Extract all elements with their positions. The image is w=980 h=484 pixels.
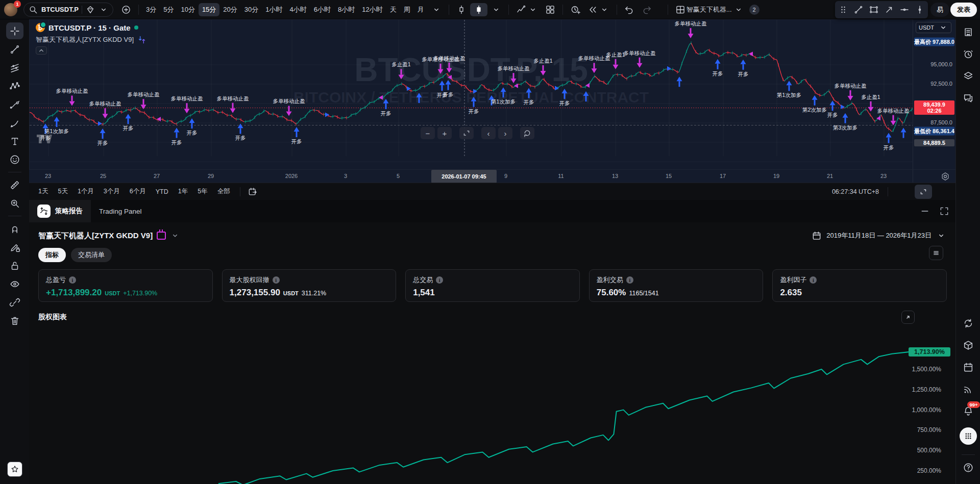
- timeframe-20分[interactable]: 20分: [219, 3, 240, 16]
- vertical-line-icon[interactable]: [915, 5, 925, 15]
- info-icon[interactable]: i: [69, 276, 76, 284]
- date-range-picker[interactable]: 2019年11月18日 — 2026年1月23日: [812, 231, 946, 241]
- price-chart[interactable]: BTCUSDT.P, 15BITCOINX / TETHERUS PERPETU…: [29, 19, 913, 169]
- scale-mode-button[interactable]: [915, 185, 932, 199]
- publish-button[interactable]: 发表: [950, 3, 977, 17]
- tool-remove-drawings[interactable]: [6, 312, 23, 329]
- chevron-down-icon[interactable]: [170, 231, 180, 241]
- tool-trend-line[interactable]: [6, 41, 23, 58]
- timeframe-5分[interactable]: 5分: [160, 3, 177, 16]
- sidebar-calendar-button[interactable]: [963, 362, 974, 375]
- equity-expand-button[interactable]: [901, 311, 915, 324]
- equity-chart[interactable]: 1,500.00%1,250.00%1,000.00%750.00%500.00…: [29, 332, 955, 484]
- sidebar-chat-button[interactable]: [963, 92, 974, 106]
- range-5年[interactable]: 5年: [198, 187, 207, 196]
- timeframe-4小时[interactable]: 4小时: [286, 3, 310, 16]
- market-status-icon[interactable]: [134, 26, 138, 30]
- drag-handle-icon[interactable]: [838, 5, 848, 15]
- legend-collapse-button[interactable]: [36, 46, 47, 55]
- timeframe-月[interactable]: 月: [414, 3, 428, 16]
- timeframe-6小时[interactable]: 6小时: [310, 3, 334, 16]
- info-icon[interactable]: i: [436, 276, 443, 284]
- sidebar-package-button[interactable]: [963, 340, 974, 353]
- sidebar-notifications-button[interactable]: 99+: [963, 405, 974, 419]
- range-1个月[interactable]: 1个月: [78, 187, 94, 196]
- templates-button[interactable]: [542, 3, 559, 16]
- info-icon[interactable]: i: [273, 276, 280, 284]
- trade-button[interactable]: 易: [930, 3, 949, 17]
- chart-style-more-button[interactable]: [487, 3, 505, 16]
- horizontal-line-icon[interactable]: [899, 5, 910, 15]
- tool-parallel-channel[interactable]: [6, 59, 23, 76]
- tool-xabcd-pattern[interactable]: [6, 78, 23, 94]
- zoom-out-button[interactable]: −: [421, 127, 435, 139]
- zoom-in-button[interactable]: +: [437, 127, 452, 139]
- range-YTD[interactable]: YTD: [156, 188, 168, 195]
- timeframe-8小时[interactable]: 8小时: [334, 3, 358, 16]
- timeframe-15分[interactable]: 15分: [199, 3, 219, 16]
- tool-brush[interactable]: [6, 114, 23, 131]
- time-axis[interactable]: 232527292026359111315171921232026-01-07 …: [29, 169, 913, 183]
- trend-line-icon[interactable]: [853, 5, 864, 15]
- report-settings-button[interactable]: [929, 246, 943, 260]
- tool-zoom-in[interactable]: [6, 195, 23, 212]
- info-icon[interactable]: i: [626, 276, 633, 284]
- range-1年[interactable]: 1年: [178, 187, 188, 196]
- scroll-right-button[interactable]: ›: [498, 127, 512, 139]
- tool-emoji[interactable]: [6, 151, 23, 168]
- sidebar-alerts-button[interactable]: [963, 48, 974, 62]
- reset-chart-button[interactable]: [520, 127, 534, 139]
- price-scale[interactable]: USDT 最高价 97,888.0 95,000.092,500.090,000…: [913, 19, 955, 169]
- chart-style-candles-button[interactable]: [470, 3, 487, 16]
- timeframe-3分[interactable]: 3分: [142, 3, 160, 16]
- strategy-name[interactable]: 智赢天下机器人[ZYTX GKDD V9]: [36, 35, 134, 44]
- rectangle-icon[interactable]: [869, 5, 879, 15]
- currency-dropdown[interactable]: USDT: [916, 22, 951, 33]
- layout-count-badge[interactable]: 2: [749, 5, 760, 15]
- timeframe-1小时[interactable]: 1小时: [262, 3, 286, 16]
- tool-unlock[interactable]: [6, 257, 23, 274]
- reset-scale-button[interactable]: [459, 127, 474, 139]
- indicators-button[interactable]: [512, 3, 542, 16]
- tab-strategy-report[interactable]: 策略报告: [29, 200, 91, 222]
- timeframe-周[interactable]: 周: [400, 3, 414, 16]
- symbol-search[interactable]: BTCUSDT.P: [23, 3, 113, 17]
- sidebar-ideas-stream-button[interactable]: [963, 384, 974, 397]
- redo-button[interactable]: [638, 3, 655, 16]
- create-alert-button[interactable]: [567, 3, 584, 16]
- timeframe-more-button[interactable]: [428, 3, 445, 16]
- scroll-left-button[interactable]: ‹: [481, 127, 496, 139]
- axis-settings-icon[interactable]: [940, 171, 950, 182]
- minimize-icon[interactable]: [920, 206, 930, 216]
- range-3个月[interactable]: 3个月: [104, 187, 120, 196]
- add-symbol-button[interactable]: [117, 3, 135, 16]
- range-全部[interactable]: 全部: [217, 187, 230, 196]
- tab-indicators[interactable]: 指标: [38, 248, 66, 262]
- sidebar-watchlist-button[interactable]: [963, 27, 974, 40]
- tool-measure[interactable]: [6, 176, 23, 193]
- goto-date-icon[interactable]: [248, 187, 258, 197]
- timeframe-30分[interactable]: 30分: [241, 3, 262, 16]
- timeframe-10分[interactable]: 10分: [177, 3, 198, 16]
- info-icon[interactable]: i: [810, 276, 817, 284]
- range-6个月[interactable]: 6个月: [130, 187, 146, 196]
- sidebar-object-tree-button[interactable]: [963, 70, 974, 84]
- clock-display[interactable]: 06:27:34 UTC+8: [832, 188, 879, 195]
- tab-trading-panel[interactable]: Trading Panel: [91, 200, 150, 222]
- undo-button[interactable]: [621, 3, 638, 16]
- strategy-screen-icon[interactable]: [157, 232, 166, 240]
- maximize-icon[interactable]: [939, 206, 949, 216]
- tool-forecast[interactable]: [6, 96, 23, 113]
- sidebar-help-button[interactable]: [963, 462, 974, 475]
- favorites-star-button[interactable]: [7, 462, 22, 477]
- tool-magnet[interactable]: [6, 220, 23, 237]
- timeframe-12小时[interactable]: 12小时: [358, 3, 386, 16]
- range-1天[interactable]: 1天: [38, 187, 48, 196]
- timeframe-天[interactable]: 天: [386, 3, 400, 16]
- chart-style-hollow-button[interactable]: [453, 3, 470, 16]
- sidebar-all-apps-button[interactable]: [960, 427, 977, 445]
- tool-hide-drawings[interactable]: [6, 275, 23, 292]
- user-avatar[interactable]: 1: [4, 3, 17, 16]
- symbol-title[interactable]: BTCUSDT.P · 15 · Gate: [48, 23, 131, 32]
- tool-crosshair[interactable]: [6, 22, 23, 39]
